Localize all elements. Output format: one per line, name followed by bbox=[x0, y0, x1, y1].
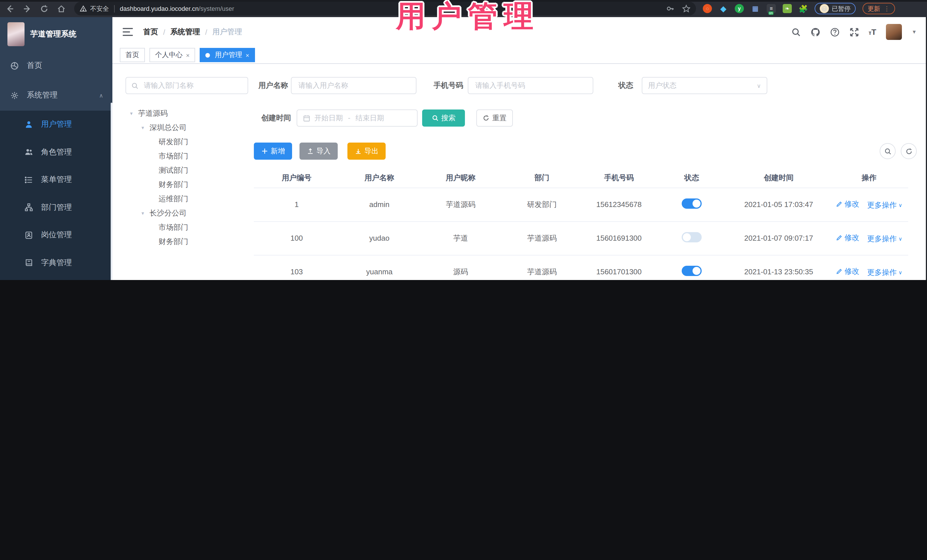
tree-node[interactable]: 研发部门 bbox=[126, 135, 251, 149]
forward-icon[interactable] bbox=[23, 4, 31, 13]
upload-icon bbox=[307, 148, 313, 155]
dept-search-input[interactable] bbox=[143, 81, 242, 90]
col-header: 状态 bbox=[656, 168, 727, 188]
cell-username: yuanma bbox=[339, 255, 419, 280]
modify-link[interactable]: 修改 bbox=[836, 266, 859, 276]
cell-created: 2021-01-13 23:50:35 bbox=[727, 255, 830, 280]
breadcrumb-system[interactable]: 系统管理 bbox=[170, 27, 200, 37]
address-bar[interactable]: 不安全 dashboard.yudao.iocoder.cn/system/us… bbox=[74, 2, 696, 15]
sidebar-item-dept-mgmt[interactable]: 部门管理 bbox=[0, 194, 112, 221]
dashboard-icon bbox=[10, 61, 19, 70]
export-button[interactable]: 导出 bbox=[347, 143, 386, 160]
reload-icon[interactable] bbox=[40, 4, 49, 13]
start-date-placeholder[interactable]: 开始日期 bbox=[314, 113, 343, 123]
refresh-icon bbox=[483, 115, 489, 121]
gear-icon bbox=[10, 91, 19, 100]
collapse-sidebar-icon[interactable] bbox=[123, 28, 133, 36]
extension-leaf-icon[interactable]: ❧ bbox=[783, 4, 792, 13]
sidebar-item-post-mgmt[interactable]: 岗位管理 bbox=[0, 221, 112, 249]
search-button[interactable]: 搜索 bbox=[422, 109, 465, 127]
font-size-icon[interactable]: тT bbox=[869, 27, 876, 36]
mobile-label: 手机号码 bbox=[428, 77, 463, 94]
tree-node-label: 财务部门 bbox=[159, 179, 188, 190]
password-key-icon[interactable] bbox=[666, 5, 674, 12]
tree-node[interactable]: 财务部门 bbox=[126, 178, 251, 191]
modify-link[interactable]: 修改 bbox=[836, 199, 859, 209]
status-toggle[interactable] bbox=[682, 199, 702, 209]
status-toggle[interactable] bbox=[682, 232, 702, 242]
home-icon[interactable] bbox=[57, 4, 65, 13]
sidebar-item-dict-mgmt[interactable]: 字典管理 bbox=[0, 249, 112, 276]
create-time-range-picker[interactable]: 开始日期 - 结束日期 bbox=[296, 109, 418, 127]
mobile-input[interactable] bbox=[474, 81, 587, 90]
close-icon[interactable]: × bbox=[186, 52, 190, 58]
username-input[interactable] bbox=[297, 81, 410, 90]
modify-link[interactable]: 修改 bbox=[836, 232, 859, 243]
status-select[interactable]: 用户状态 ∨ bbox=[642, 77, 767, 94]
tree-expand-icon[interactable]: ▾ bbox=[141, 210, 149, 216]
sidebar-item-menu-mgmt[interactable]: 菜单管理 bbox=[0, 166, 112, 194]
sidebar-item-home[interactable]: 首页 bbox=[0, 51, 112, 80]
update-label[interactable]: 更新 bbox=[868, 4, 880, 13]
avatar-caret-icon[interactable]: ▼ bbox=[912, 29, 917, 35]
tab-home[interactable]: 首页 bbox=[120, 48, 145, 62]
user-avatar[interactable] bbox=[886, 24, 902, 40]
pencil-icon bbox=[836, 200, 843, 207]
sidebar-item-role-mgmt[interactable]: 角色管理 bbox=[0, 138, 112, 166]
sidebar-item-user-mgmt[interactable]: 用户管理 bbox=[0, 111, 112, 138]
sidebar-item-system[interactable]: 系统管理 ∧ bbox=[0, 80, 112, 111]
reset-button[interactable]: 重置 bbox=[476, 109, 513, 127]
tree-expand-icon[interactable]: ▾ bbox=[130, 110, 138, 116]
tree-node[interactable]: 市场部门 bbox=[126, 220, 251, 234]
close-icon[interactable]: × bbox=[246, 52, 249, 58]
extension-ubuntu-icon[interactable]: ◌ bbox=[703, 4, 712, 13]
status-toggle[interactable] bbox=[682, 266, 702, 276]
chevron-down-icon: ∨ bbox=[898, 202, 902, 208]
toggle-search-button[interactable] bbox=[880, 143, 896, 159]
tree-node[interactable]: 财务部门 bbox=[126, 234, 251, 249]
back-icon[interactable] bbox=[6, 4, 14, 13]
status-select-placeholder: 用户状态 bbox=[648, 81, 676, 90]
fullscreen-icon[interactable] bbox=[849, 27, 859, 37]
dept-search-box bbox=[126, 77, 248, 94]
chrome-menu-icon[interactable]: ⋮ bbox=[884, 5, 890, 12]
github-icon[interactable] bbox=[810, 27, 820, 37]
tree-node[interactable]: ▾长沙分公司 bbox=[126, 206, 251, 220]
extension-on-badge-icon[interactable]: on≡ bbox=[767, 4, 776, 13]
header-search-icon[interactable] bbox=[791, 27, 801, 37]
tree-node[interactable]: 市场部门 bbox=[126, 149, 251, 163]
more-actions-link[interactable]: 更多操作∨ bbox=[867, 267, 902, 278]
col-header: 用户编号 bbox=[254, 168, 339, 188]
sidebar: 芋道管理系统 首页 系统管理 ∧ 用户管理 角色管理 菜单管理 bbox=[0, 17, 112, 280]
import-button[interactable]: 导入 bbox=[299, 143, 338, 160]
tree-node[interactable]: ▾深圳总公司 bbox=[126, 120, 251, 135]
security-label[interactable]: 不安全 bbox=[90, 4, 109, 13]
tab-label: 个人中心 bbox=[155, 50, 182, 60]
add-button[interactable]: 新增 bbox=[254, 143, 292, 160]
tree-node[interactable]: ▾芋道源码 bbox=[126, 106, 251, 120]
bookmark-star-icon[interactable] bbox=[682, 5, 690, 12]
more-actions-link[interactable]: 更多操作∨ bbox=[867, 200, 902, 210]
chrome-update-chip[interactable]: 更新 ⋮ bbox=[863, 3, 895, 14]
users-icon bbox=[24, 148, 33, 156]
tree-expand-icon[interactable]: ▾ bbox=[141, 124, 149, 130]
extensions-puzzle-icon[interactable]: 🧩 bbox=[799, 4, 808, 13]
extension-y-icon[interactable]: y bbox=[735, 4, 744, 13]
profile-paused-chip[interactable]: 😃 已暂停 bbox=[815, 3, 856, 14]
refresh-table-button[interactable] bbox=[901, 143, 917, 159]
not-secure-warning-icon bbox=[80, 5, 87, 12]
add-button-label: 新增 bbox=[271, 146, 285, 156]
end-date-placeholder[interactable]: 结束日期 bbox=[356, 113, 384, 123]
tab-profile[interactable]: 个人中心× bbox=[149, 48, 195, 62]
extension-grid-icon[interactable]: ▦ bbox=[751, 4, 760, 13]
extension-gem-icon[interactable]: ◆ bbox=[719, 4, 728, 13]
help-icon[interactable] bbox=[830, 27, 839, 37]
tree-node[interactable]: 运维部门 bbox=[126, 191, 251, 206]
sidebar-item-label: 系统管理 bbox=[27, 90, 58, 100]
tab-user-mgmt[interactable]: 用户管理× bbox=[200, 48, 255, 62]
breadcrumb-home[interactable]: 首页 bbox=[143, 27, 158, 37]
url-host[interactable]: dashboard.yudao.iocoder.cn bbox=[120, 5, 199, 12]
more-actions-link[interactable]: 更多操作∨ bbox=[867, 234, 902, 244]
sidebar-item-notice[interactable]: 通知公告 bbox=[0, 276, 112, 280]
tree-node[interactable]: 测试部门 bbox=[126, 163, 251, 178]
